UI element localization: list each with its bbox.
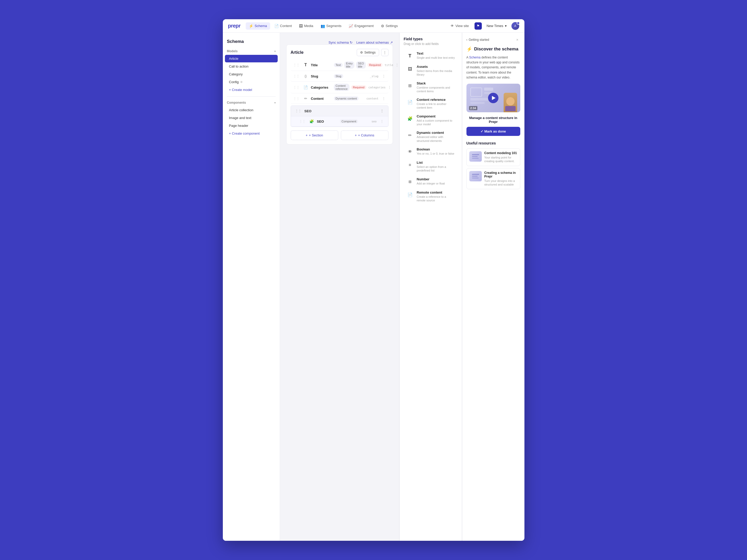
- settings-button[interactable]: ⚙ Settings: [357, 49, 379, 56]
- field-type-component[interactable]: 🧩 Component Add a custom component to yo…: [404, 112, 458, 128]
- nav-content[interactable]: 📄 Content: [271, 22, 295, 30]
- sidebar-schema-title: Schema: [225, 39, 278, 47]
- field-content[interactable]: ⋮⋮ ✏ Content Dynamic content content ⋮: [291, 93, 388, 104]
- settings-label: Settings: [364, 51, 376, 54]
- top-nav: prepr ⚡ Schema 📄 Content 🖼 Media 👥 Segme…: [223, 19, 524, 33]
- slug-api-name: _slug: [370, 75, 378, 78]
- content-nav-icon: 📄: [274, 24, 279, 28]
- getting-started-close[interactable]: ×: [515, 37, 520, 43]
- field-slug[interactable]: ⋮⋮ {} Slug Slug _slug ⋮: [291, 71, 388, 82]
- engagement-nav-icon: 📈: [349, 24, 353, 28]
- categories-more-button[interactable]: ⋮: [388, 84, 391, 90]
- field-type-remote-content[interactable]: 📄 Remote content Create a reference to a…: [404, 188, 458, 205]
- resource-card-1[interactable]: Creating a schema in Prepr Turn your des…: [466, 168, 520, 189]
- field-type-list[interactable]: ≡ List Select an option from a predefine…: [404, 159, 458, 175]
- discover-schema-icon: ⚡: [466, 46, 472, 52]
- remote-ft-name: Remote content: [417, 190, 456, 194]
- field-title[interactable]: ⋮⋮ T Title Text Entry title SEO title Re…: [291, 59, 388, 71]
- component-ft-info: Component Add a custom component to your…: [417, 114, 456, 126]
- component-ft-desc: Add a custom component to your model: [417, 119, 456, 126]
- schema-link-text[interactable]: Schema: [469, 56, 481, 59]
- add-section-button[interactable]: + + Section: [291, 130, 338, 140]
- nav-schema[interactable]: ⚡ Schema: [246, 22, 270, 30]
- title-type-icon: T: [303, 62, 309, 68]
- sidebar-item-article-collection[interactable]: Article collection: [225, 106, 278, 114]
- categories-tag-required: Required: [351, 85, 366, 89]
- learn-schemas-link[interactable]: Learn about schemas ↗: [356, 41, 393, 45]
- list-ft-desc: Select an option from a predefined list: [417, 165, 456, 172]
- workspace-selector[interactable]: New Times ▾: [484, 23, 509, 29]
- text-ft-desc: Single and multi line text entry: [417, 56, 455, 59]
- field-type-boolean[interactable]: 👁 Boolean Yes or no, 1 or 0, true or fal…: [404, 145, 458, 158]
- create-component-button[interactable]: + Create component: [225, 130, 278, 137]
- seo-field-name: SEO: [317, 119, 338, 124]
- media-nav-icon: 🖼: [299, 24, 303, 28]
- getting-started-back[interactable]: ‹ Getting started: [466, 38, 489, 42]
- video-thumbnail[interactable]: 2:34: [466, 84, 520, 112]
- nav-media[interactable]: 🖼 Media: [296, 22, 316, 30]
- segments-nav-icon: 👥: [320, 24, 325, 28]
- seo-section-header[interactable]: ⋮⋮ SEO ⋮: [291, 106, 388, 116]
- seo-section-more[interactable]: ⋮: [379, 108, 385, 114]
- sync-icon: ↻: [350, 41, 353, 45]
- slug-more-button[interactable]: ⋮: [381, 73, 387, 79]
- play-button[interactable]: [488, 93, 498, 103]
- seo-more-button[interactable]: ⋮: [379, 118, 385, 125]
- sidebar-item-page-header[interactable]: Page header: [225, 122, 278, 129]
- resource-desc-0: Your starting point for creating quality…: [484, 156, 517, 163]
- content-ref-ft-icon: 📄: [406, 98, 414, 106]
- field-type-content-reference[interactable]: 📄 Content reference Create a link to ano…: [404, 96, 458, 112]
- field-type-stack[interactable]: ⊞ Stack Combine components and content i…: [404, 79, 458, 96]
- title-more-button[interactable]: ⋮: [395, 62, 399, 68]
- video-caption: Manage a content structure in Prepr: [466, 116, 520, 124]
- slug-type-icon: {}: [303, 73, 309, 79]
- more-button[interactable]: ⋮: [381, 49, 388, 56]
- models-section-header[interactable]: Models ▾: [223, 48, 280, 55]
- field-type-text[interactable]: T Text Single and multi line text entry: [404, 49, 458, 62]
- schema-actions-row: Sync schema ↻ Learn about schemas ↗: [286, 38, 393, 45]
- content-more-button[interactable]: ⋮: [381, 96, 387, 102]
- article-panel-title: Article: [291, 50, 304, 55]
- seo-field[interactable]: ⋮⋮ 🧩 SEO Component seo ⋮: [291, 116, 388, 127]
- add-columns-button[interactable]: + + Columns: [341, 130, 388, 140]
- title-tag-required: Required: [367, 63, 383, 67]
- number-ft-info: Number Add an integer or float: [417, 177, 445, 185]
- view-site-label: View site: [455, 24, 469, 28]
- assets-ft-info: Assets Select items from the media libra…: [417, 65, 456, 77]
- components-section-header[interactable]: Components ▾: [223, 100, 280, 106]
- title-field-name: Title: [311, 63, 332, 67]
- flag-icon: ⚑: [474, 22, 482, 30]
- drag-handle-content: ⋮⋮: [292, 96, 301, 101]
- field-type-assets[interactable]: 🖼 Assets Select items from the media lib…: [404, 63, 458, 79]
- article-panel-header: Article ⚙ Settings ⋮: [291, 49, 388, 56]
- nav-engagement[interactable]: 📈 Engagement: [345, 22, 377, 30]
- sidebar-item-call-to-action[interactable]: Call to action: [225, 63, 278, 70]
- cta-label: Call to action: [229, 64, 249, 68]
- field-type-dynamic-content[interactable]: ✏ Dynamic content Advanced editor with s…: [404, 129, 458, 145]
- nav-right: 👁 View site ⚑ New Times ▾ A 1: [447, 22, 519, 30]
- sidebar-item-image-text[interactable]: Image and text: [225, 114, 278, 122]
- app-window: prepr ⚡ Schema 📄 Content 🖼 Media 👥 Segme…: [223, 19, 524, 541]
- sync-schema-link[interactable]: Sync schema ↻: [328, 41, 353, 45]
- view-site-button[interactable]: 👁 View site: [447, 22, 472, 29]
- discover-schema-title: Discover the schema: [474, 47, 518, 52]
- field-types-subtitle: Drag or click to add fields: [404, 42, 458, 46]
- notification-badge: 1: [517, 22, 520, 25]
- video-duration: 2:34: [469, 106, 478, 110]
- mark-done-button[interactable]: ✓ Mark as done: [466, 127, 520, 136]
- media-nav-label: Media: [304, 24, 313, 28]
- sidebar-item-article[interactable]: Article: [225, 55, 278, 62]
- avatar[interactable]: A 1: [511, 22, 519, 30]
- resource-card-0[interactable]: Content modeling 101 Your starting point…: [466, 149, 520, 166]
- sidebar-item-config[interactable]: Config ⚙: [225, 78, 278, 86]
- text-ft-name: Text: [417, 51, 455, 55]
- nav-settings[interactable]: ⚙ Settings: [378, 22, 401, 30]
- plus-section-icon: +: [306, 133, 308, 137]
- create-model-button[interactable]: + Create model: [225, 86, 278, 93]
- field-type-number[interactable]: ⊞ Number Add an integer or float: [404, 175, 458, 188]
- nav-segments[interactable]: 👥 Segments: [317, 22, 345, 30]
- article-label: Article: [229, 57, 238, 60]
- field-categories[interactable]: ⋮⋮ 📄 Categories Content reference Requir…: [291, 82, 388, 93]
- drag-handle-slug: ⋮⋮: [292, 74, 301, 78]
- sidebar-item-category[interactable]: Category: [225, 71, 278, 78]
